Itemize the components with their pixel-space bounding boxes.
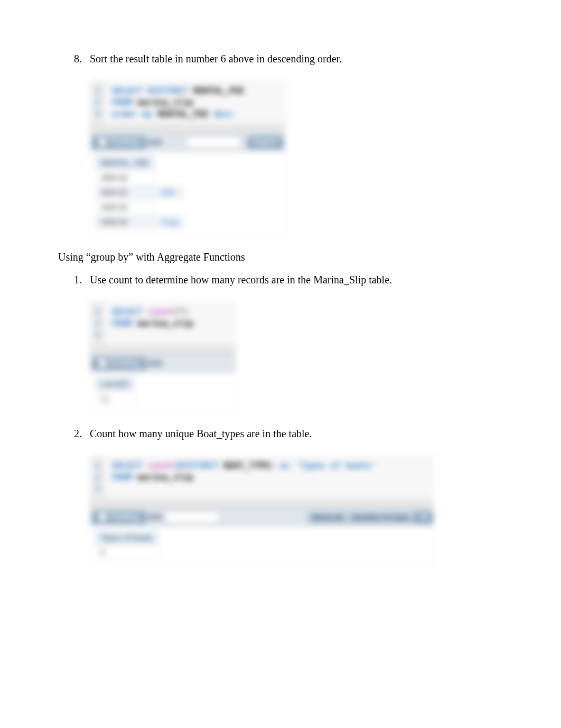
section-heading: Using “group by” with Aggregate Function… — [58, 251, 503, 263]
numrows-label: Number of rows — [348, 511, 415, 523]
line-num: 1 — [95, 306, 100, 318]
divider — [90, 345, 236, 354]
sql-code: SELECT count(DISTINCT BOAT_TYPE) as 'Typ… — [106, 456, 383, 499]
list-number: 1. — [74, 274, 90, 286]
checkbox-icon — [98, 513, 107, 521]
line-num: 1 — [95, 460, 100, 472]
col-header: count(*) — [95, 377, 135, 391]
edit-label[interactable]: Edit — [148, 359, 162, 367]
line-num: 3 — [95, 108, 100, 120]
divider — [90, 499, 433, 508]
showall-button[interactable]: Show all — [307, 511, 348, 523]
line-gutter: 1 2 3 — [90, 81, 106, 124]
line-num: 3 — [95, 483, 100, 495]
cell: 11 — [95, 392, 135, 406]
col-header: RENTAL_FEE — [95, 156, 155, 170]
code-area: 1 2 3 SELECT DISTINCT RENTAL_FEE FROM ma… — [90, 81, 285, 124]
cell: 3600.00 — [95, 186, 155, 199]
cell: 5 — [95, 546, 158, 559]
sql-screenshot-2: 1 2 3 SELECT count(*) FROM marina_slip P… — [90, 302, 236, 412]
profiling-button[interactable]: Profiling — [92, 511, 146, 523]
profiling-button[interactable]: Profiling — [92, 357, 146, 370]
code-area: 1 2 3 SELECT count(*) FROM marina_slip — [90, 302, 236, 345]
line-num: 2 — [95, 472, 100, 483]
link-cell[interactable]: Edit — [156, 186, 185, 199]
list-text: Sort the result table in number 6 above … — [90, 53, 503, 65]
line-num: 1 — [95, 85, 100, 97]
edit-label[interactable]: Edit — [148, 513, 162, 521]
cell: 2800.00 — [95, 215, 155, 229]
list-item-1: 1. Use count to determine how many recor… — [74, 274, 503, 286]
line-num: 2 — [95, 97, 100, 108]
document-page: 8. Sort the result table in number 6 abo… — [0, 0, 561, 687]
sql-screenshot-3: 1 2 3 SELECT count(DISTINCT BOAT_TYPE) a… — [90, 456, 433, 566]
sql-code: SELECT DISTINCT RENTAL_FEE FROM marina_s… — [106, 81, 250, 124]
line-gutter: 1 2 3 — [90, 456, 106, 499]
list-text: Use count to determine how many records … — [90, 274, 503, 286]
toolbar: Profiling Edit — [90, 354, 236, 373]
list-item-8: 8. Sort the result table in number 6 abo… — [74, 53, 503, 65]
line-gutter: 1 2 3 — [90, 302, 106, 345]
list-number: 8. — [74, 53, 90, 65]
edit-label[interactable]: Edit — [148, 138, 162, 146]
code-area: 1 2 3 SELECT count(DISTINCT BOAT_TYPE) a… — [90, 456, 433, 499]
sql-screenshot-1: 1 2 3 SELECT DISTINCT RENTAL_FEE FROM ma… — [90, 81, 285, 235]
result-grid: Types of boats 5 — [90, 527, 433, 566]
list-number: 2. — [74, 428, 90, 440]
toolbar: Profiling Edit Export — [90, 133, 285, 152]
profiling-button[interactable]: Profiling — [92, 136, 146, 149]
list-text: Count how many unique Boat_types are in … — [90, 428, 503, 440]
extra-button[interactable]: Export — [247, 136, 283, 149]
result-grid: count(*) 11 — [90, 373, 236, 412]
line-num: 2 — [95, 318, 100, 329]
result-grid: RENTAL_FEE 3800.00 3600.00Edit 3000.00 2… — [90, 152, 285, 235]
cell: 3000.00 — [95, 200, 155, 214]
list-item-2: 2. Count how many unique Boat_types are … — [74, 428, 503, 440]
col-header: Types of boats — [95, 531, 158, 545]
checkbox-icon — [98, 359, 107, 367]
line-num: 3 — [95, 329, 100, 341]
checkbox-icon — [98, 138, 107, 146]
inline-input[interactable] — [186, 136, 240, 148]
sql-code: SELECT count(*) FROM marina_slip — [106, 302, 200, 345]
toolbar: Profiling Edit Show all Number of rows 2… — [90, 508, 433, 527]
cell: 3800.00 — [95, 171, 155, 185]
inline-input[interactable] — [165, 511, 219, 523]
divider — [90, 124, 285, 133]
link-cell[interactable]: Copy — [156, 215, 185, 229]
numrows-value[interactable]: 25 — [414, 511, 433, 523]
